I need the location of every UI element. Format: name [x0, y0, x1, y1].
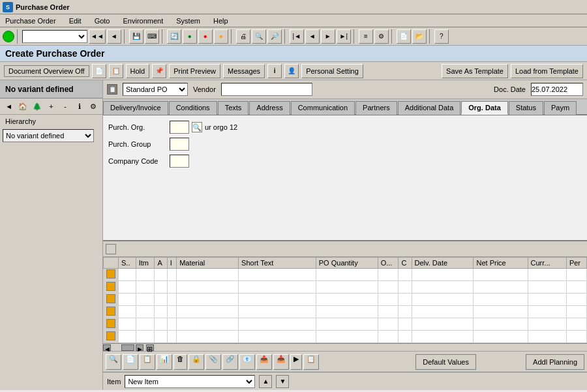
cell-curr[interactable] — [528, 269, 566, 281]
cell-o[interactable] — [378, 331, 399, 343]
search-icon-btn[interactable]: 🔍 — [106, 354, 121, 370]
cell-delv_date[interactable] — [412, 331, 474, 343]
action-icon-2[interactable]: 📋 — [109, 64, 123, 78]
sidebar-collapse-btn[interactable]: - — [59, 100, 72, 113]
cell-po_qty[interactable] — [316, 306, 378, 318]
grid-btn-5[interactable]: 🔒 — [188, 354, 204, 370]
tab-communication[interactable]: Communication — [291, 101, 355, 115]
tab-org-data[interactable]: Org. Data — [461, 101, 508, 115]
cell-short_text[interactable] — [239, 331, 316, 343]
cell-po_qty[interactable] — [316, 281, 378, 294]
sidebar-home-btn[interactable]: 🏠 — [17, 100, 30, 113]
doc-type-combo[interactable]: Standard PO — [123, 83, 188, 96]
find-btn[interactable]: 🔍 — [252, 29, 266, 44]
addl-planning-button[interactable]: Addl Planning — [526, 354, 584, 370]
cell-per[interactable] — [566, 269, 586, 281]
cell-c[interactable] — [399, 331, 412, 343]
cell-po_qty[interactable] — [316, 269, 378, 281]
sidebar-info-btn[interactable]: ℹ — [73, 100, 86, 113]
cell-material[interactable] — [177, 281, 239, 294]
cell-delv_date[interactable] — [412, 269, 474, 281]
tab-payment[interactable]: Paym — [544, 101, 577, 115]
hold-button[interactable]: Hold — [126, 64, 150, 78]
default-values-button[interactable]: Default Values — [415, 354, 476, 370]
new-btn[interactable]: 📄 — [397, 29, 411, 44]
cell-net_price[interactable] — [474, 281, 528, 294]
item-type-select[interactable]: New Item — [125, 375, 255, 388]
nav-up-button[interactable]: ▲ — [259, 375, 272, 388]
items-settings-icon[interactable] — [106, 244, 116, 254]
print-preview-button[interactable]: Print Preview — [169, 64, 220, 78]
cell-s[interactable] — [119, 318, 136, 331]
cell-per[interactable] — [566, 281, 586, 294]
nav-down-button[interactable]: ▼ — [276, 375, 289, 388]
cell-s[interactable] — [119, 269, 136, 281]
hold-icon[interactable]: 📌 — [152, 64, 166, 78]
cell-curr[interactable] — [528, 318, 566, 331]
cell-short_text[interactable] — [239, 269, 316, 281]
grid-btn-9[interactable]: 📤 — [256, 354, 272, 370]
cell-delv_date[interactable] — [412, 306, 474, 318]
edit-menu[interactable]: Edit — [67, 16, 84, 25]
purch-org-input[interactable] — [170, 121, 189, 134]
save-as-template-button[interactable]: Save As Template — [442, 64, 508, 78]
cell-per[interactable] — [566, 306, 586, 318]
help-menu[interactable]: Help — [211, 16, 231, 25]
cell-material[interactable] — [177, 318, 239, 331]
refresh-btn[interactable]: 🔄 — [167, 29, 181, 44]
sidebar-hierarchy-item[interactable]: Hierarchy — [0, 115, 102, 128]
tab-delivery-invoice[interactable]: Delivery/Invoice — [103, 101, 168, 115]
cell-net_price[interactable] — [474, 318, 528, 331]
grid-btn-11[interactable]: ▶ — [290, 354, 302, 370]
cell-material[interactable] — [177, 306, 239, 318]
shortcut-btn[interactable]: ⌨ — [145, 29, 159, 44]
cell-itm[interactable] — [136, 294, 155, 306]
scroll-right-btn[interactable]: ► — [136, 344, 143, 351]
cell-net_price[interactable] — [474, 294, 528, 306]
cell-delv_date[interactable] — [412, 318, 474, 331]
first-btn[interactable]: |◄ — [290, 29, 304, 44]
cell-i[interactable] — [167, 331, 176, 343]
open-btn[interactable]: 📂 — [412, 29, 427, 44]
cell-s[interactable] — [119, 294, 136, 306]
tab-status[interactable]: Status — [509, 101, 543, 115]
tab-conditions[interactable]: Conditions — [169, 101, 217, 115]
cell-o[interactable] — [378, 281, 399, 294]
cell-net_price[interactable] — [474, 331, 528, 343]
cell-c[interactable] — [399, 318, 412, 331]
person-icon[interactable]: 👤 — [284, 64, 299, 78]
cell-o[interactable] — [378, 294, 399, 306]
environment-menu[interactable]: Environment — [120, 16, 166, 25]
tab-partners[interactable]: Partners — [355, 101, 397, 115]
cell-i[interactable] — [167, 306, 176, 318]
cust-btn[interactable]: ⚙ — [374, 29, 389, 44]
cell-delv_date[interactable] — [412, 294, 474, 306]
grid-btn-3[interactable]: 📊 — [157, 354, 172, 370]
scroll-all-btn[interactable]: ⊞ — [146, 344, 154, 351]
cell-o[interactable] — [378, 269, 399, 281]
grid-btn-12[interactable]: 📋 — [303, 354, 319, 370]
tab-address[interactable]: Address — [249, 101, 290, 115]
cell-curr[interactable] — [528, 306, 566, 318]
cell-i[interactable] — [167, 281, 176, 294]
cell-po_qty[interactable] — [316, 318, 378, 331]
cell-material[interactable] — [177, 331, 239, 343]
cell-s[interactable] — [119, 331, 136, 343]
cell-per[interactable] — [566, 318, 586, 331]
grid-btn-8[interactable]: 📧 — [239, 354, 255, 370]
sidebar-prev-btn[interactable]: ◄ — [3, 100, 16, 113]
cell-po_qty[interactable] — [316, 294, 378, 306]
next-page-btn[interactable]: ► — [321, 29, 335, 44]
command-combo[interactable] — [22, 30, 87, 43]
purch-org-search-btn[interactable]: 🔍 — [192, 122, 202, 132]
back-btn[interactable]: ◄ — [107, 29, 121, 44]
info-icon[interactable]: i — [267, 64, 282, 78]
scroll-left-btn[interactable]: ◄ — [103, 344, 111, 351]
find-next-btn[interactable]: 🔎 — [267, 29, 282, 44]
cell-itm[interactable] — [136, 306, 155, 318]
tab-additional-data[interactable]: Additional Data — [398, 101, 461, 115]
last-btn[interactable]: ►| — [337, 29, 351, 44]
grid-scrollbar[interactable]: ◄ ► ⊞ — [103, 343, 587, 351]
cell-o[interactable] — [378, 318, 399, 331]
cell-curr[interactable] — [528, 331, 566, 343]
